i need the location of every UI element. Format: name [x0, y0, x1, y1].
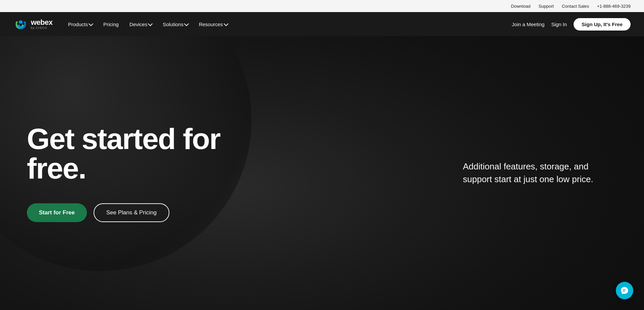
nav-devices[interactable]: Devices: [125, 19, 157, 30]
support-link[interactable]: Support: [538, 4, 554, 9]
svg-point-0: [19, 20, 23, 24]
nav-products[interactable]: Products: [63, 19, 97, 30]
logo[interactable]: webex by CISCO: [13, 17, 53, 32]
chat-icon: [620, 286, 629, 295]
chat-support-button[interactable]: [616, 282, 633, 299]
utility-bar: Download Support Contact Sales +1-888-46…: [0, 0, 644, 12]
main-nav: webex by CISCO Products Pricing Devices …: [0, 12, 644, 36]
logo-webex-label: webex: [31, 19, 53, 26]
nav-items: Products Pricing Devices Solutions Resou…: [63, 19, 512, 30]
resources-chevron-icon: [224, 21, 228, 26]
hero-right: Additional features, storage, and suppor…: [268, 160, 617, 186]
hero-buttons: Start for Free See Plans & Pricing: [27, 203, 268, 222]
signup-button[interactable]: Sign Up, It's Free: [574, 18, 631, 31]
webex-logo-icon: [13, 17, 28, 32]
logo-text: webex by CISCO: [31, 19, 53, 30]
devices-chevron-icon: [148, 21, 153, 26]
nav-right: Join a Meeting Sign In Sign Up, It's Fre…: [512, 18, 631, 31]
see-plans-button[interactable]: See Plans & Pricing: [94, 203, 169, 222]
nav-resources[interactable]: Resources: [194, 19, 232, 30]
contact-sales-link[interactable]: Contact Sales: [562, 4, 589, 9]
start-for-free-button[interactable]: Start for Free: [27, 203, 87, 222]
join-meeting-link[interactable]: Join a Meeting: [512, 21, 545, 27]
phone-link[interactable]: +1-888-469-3239: [597, 4, 631, 9]
sign-in-link[interactable]: Sign In: [551, 21, 567, 27]
logo-cisco-label: by CISCO: [31, 27, 53, 30]
nav-pricing[interactable]: Pricing: [99, 19, 123, 30]
hero-section: Get started for free. Start for Free See…: [0, 36, 644, 310]
download-link[interactable]: Download: [511, 4, 531, 9]
solutions-chevron-icon: [184, 21, 189, 26]
products-chevron-icon: [89, 21, 93, 26]
hero-heading: Get started for free.: [27, 124, 268, 183]
hero-content: Get started for free. Start for Free See…: [0, 124, 644, 222]
hero-left: Get started for free. Start for Free See…: [27, 124, 268, 222]
hero-tagline: Additional features, storage, and suppor…: [463, 160, 617, 186]
nav-solutions[interactable]: Solutions: [158, 19, 193, 30]
